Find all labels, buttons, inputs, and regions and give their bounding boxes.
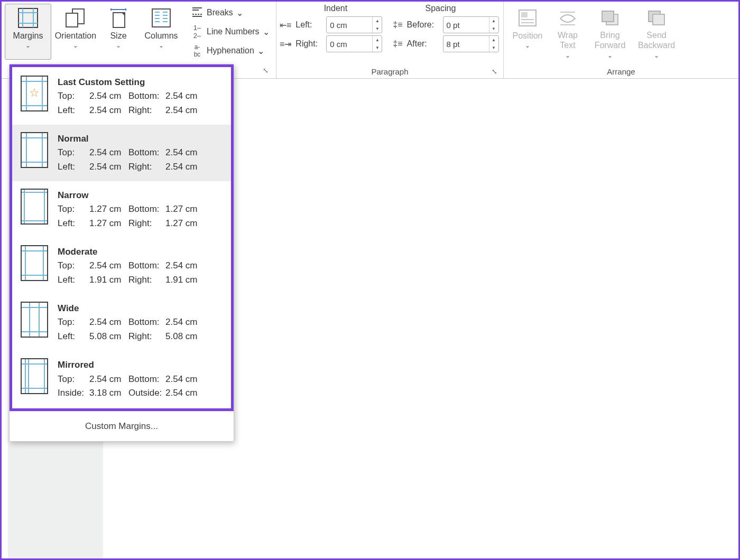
svg-rect-34 (653, 14, 664, 25)
send-backward-button[interactable]: Send Backward ⌄ (634, 4, 679, 60)
spin-down-icon[interactable]: ▼ (489, 25, 498, 33)
custom-margins-item[interactable]: Custom Margins... (10, 411, 234, 441)
margin-left-value: 3.18 cm (89, 386, 127, 400)
hyphenation-button[interactable]: a-bc Hyphenation ⌄ (188, 42, 273, 60)
margin-top-value: 1.27 cm (89, 202, 127, 216)
spin-up-icon[interactable]: ▲ (373, 17, 382, 25)
columns-button[interactable]: Columns ⌄ (138, 4, 184, 60)
line-numbers-label: Line Numbers (207, 27, 260, 36)
left-label: Left: (295, 20, 322, 30)
indent-right-icon: ≡⇥ (280, 39, 291, 49)
position-button[interactable]: Position ⌄ (507, 4, 548, 60)
chevron-down-icon: ⌄ (25, 42, 31, 49)
margin-right-label: Right: (128, 217, 164, 230)
margin-top-label: Top: (58, 315, 88, 329)
margin-option-wide[interactable]: Wide Top:2.54 cmBottom:2.54 cm Left:5.08… (12, 294, 231, 351)
margin-bottom-value: 2.54 cm (165, 372, 202, 386)
svg-rect-26 (521, 12, 528, 17)
dialog-launcher-icon[interactable]: ⤡ (492, 68, 500, 76)
margin-top-label: Top: (58, 259, 88, 273)
margins-button[interactable]: Margins ⌄ (5, 4, 51, 60)
indent-right-spinner[interactable]: ▲▼ (326, 35, 382, 52)
line-numbers-icon: 1–2– (191, 24, 204, 40)
hyphenation-icon: a-bc (191, 43, 204, 58)
chevron-down-icon: ⌄ (263, 27, 270, 37)
bring-forward-label: Bring Forward (588, 30, 632, 50)
margin-bottom-value: 2.54 cm (165, 259, 202, 273)
wrap-text-button[interactable]: Wrap Text ⌄ (549, 4, 586, 60)
hyphenation-label: Hyphenation (207, 46, 254, 55)
margin-right-value: 5.08 cm (165, 330, 202, 343)
group-label-paragraph: Paragraph (280, 67, 500, 77)
space-before-spinner[interactable]: ▲▼ (443, 16, 499, 33)
margin-option-mirrored[interactable]: Mirrored Top:2.54 cmBottom:2.54 cm Insid… (12, 351, 231, 407)
chevron-down-icon: ⌄ (236, 8, 243, 18)
margin-option-last-custom-setting[interactable]: Last Custom Setting Top:2.54 cmBottom:2.… (12, 68, 231, 125)
margin-option-normal[interactable]: Normal Top:2.54 cmBottom:2.54 cm Left:2.… (12, 125, 231, 181)
indent-left-input[interactable] (327, 21, 364, 30)
chevron-down-icon: ⌄ (607, 52, 613, 59)
margin-top-label: Top: (58, 89, 88, 103)
send-backward-label: Send Backward (634, 30, 679, 50)
margin-bottom-label: Bottom: (128, 372, 164, 386)
chevron-down-icon: ⌄ (73, 42, 78, 49)
spin-down-icon[interactable]: ▼ (373, 44, 382, 52)
breaks-label: Breaks (207, 8, 233, 17)
spin-up-icon[interactable]: ▲ (373, 36, 382, 44)
margin-left-label: Left: (58, 160, 88, 174)
space-after-spinner[interactable]: ▲▼ (443, 35, 499, 52)
after-label: After: (407, 39, 439, 49)
margin-bottom-label: Bottom: (128, 89, 164, 103)
margin-left-label: Left: (58, 273, 88, 287)
size-button[interactable]: Size ⌄ (100, 4, 137, 60)
margin-top-label: Top: (58, 202, 88, 216)
chevron-down-icon: ⌄ (116, 42, 121, 49)
line-numbers-button[interactable]: 1–2– Line Numbers ⌄ (188, 23, 273, 41)
margin-top-value: 2.54 cm (89, 372, 127, 386)
spin-up-icon[interactable]: ▲ (489, 17, 498, 25)
space-before-input[interactable] (443, 21, 480, 30)
margin-right-value: 2.54 cm (165, 160, 202, 174)
chevron-down-icon: ⌄ (565, 52, 570, 59)
margin-option-title: Last Custom Setting (58, 76, 223, 89)
margin-right-label: Right: (128, 330, 164, 343)
indent-right-input[interactable] (327, 40, 364, 49)
margin-option-moderate[interactable]: Moderate Top:2.54 cmBottom:2.54 cm Left:… (12, 238, 231, 294)
margin-preset-icon (21, 302, 48, 338)
indent-left-spinner[interactable]: ▲▼ (326, 16, 382, 33)
spin-down-icon[interactable]: ▼ (489, 44, 498, 52)
margin-bottom-value: 2.54 cm (165, 146, 202, 160)
margin-left-value: 2.54 cm (89, 104, 127, 117)
margin-option-narrow[interactable]: Narrow Top:1.27 cmBottom:1.27 cm Left:1.… (12, 181, 231, 238)
space-after-input[interactable] (443, 40, 480, 49)
margin-preset-icon (21, 132, 48, 168)
margin-bottom-label: Bottom: (128, 315, 164, 329)
orientation-label: Orientation (55, 31, 96, 41)
margin-bottom-value: 2.54 cm (165, 315, 202, 329)
spin-up-icon[interactable]: ▲ (489, 36, 498, 44)
margin-left-value: 5.08 cm (89, 330, 127, 343)
send-backward-icon (641, 7, 672, 28)
orientation-button[interactable]: Orientation ⌄ (52, 4, 99, 60)
margin-top-label: Top: (58, 372, 88, 386)
margin-right-value: 1.91 cm (165, 273, 202, 287)
chevron-down-icon: ⌄ (257, 46, 264, 56)
margin-bottom-value: 1.27 cm (165, 202, 202, 216)
spin-down-icon[interactable]: ▼ (373, 25, 382, 33)
margins-icon (12, 7, 44, 29)
chevron-down-icon: ⌄ (525, 42, 530, 49)
bring-forward-button[interactable]: Bring Forward ⌄ (587, 4, 633, 60)
svg-rect-0 (18, 8, 38, 27)
right-label: Right: (295, 39, 322, 49)
margin-preset-icon (21, 245, 48, 281)
margin-left-value: 1.27 cm (89, 217, 127, 230)
dialog-launcher-icon[interactable]: ⤡ (261, 67, 270, 75)
margin-option-title: Narrow (58, 189, 223, 202)
columns-label: Columns (144, 31, 178, 41)
margins-label: Margins (13, 31, 43, 41)
margin-left-label: Inside: (58, 386, 88, 400)
margin-bottom-label: Bottom: (128, 202, 164, 216)
margin-bottom-value: 2.54 cm (165, 89, 202, 103)
svg-rect-32 (602, 11, 614, 22)
breaks-button[interactable]: Breaks ⌄ (188, 4, 273, 22)
